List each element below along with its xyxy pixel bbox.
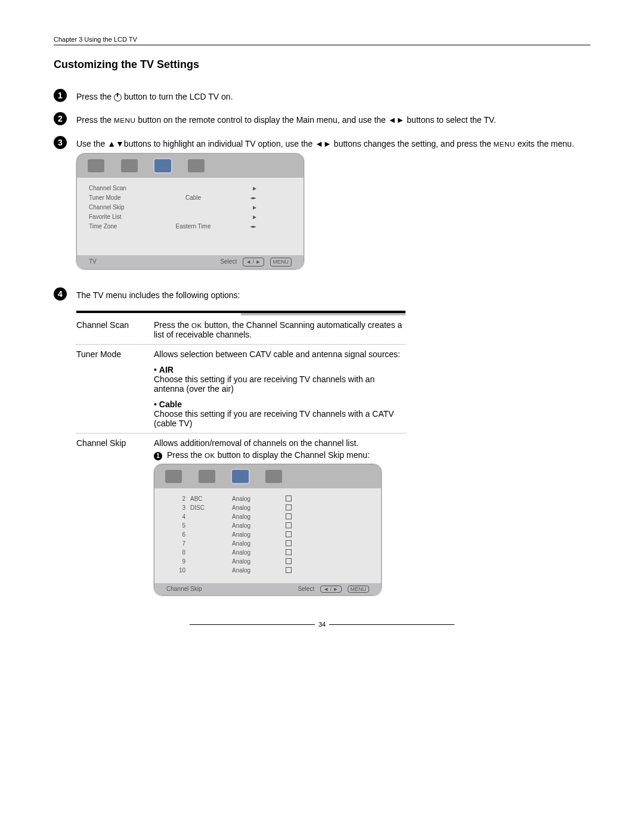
tv-menu-row: Favorite List▶ bbox=[89, 212, 292, 222]
menu-chip: MENU bbox=[270, 258, 292, 267]
channel-skip-row: 4Analog bbox=[166, 512, 369, 521]
tv-menu-rows: Channel Scan▶Tuner ModeCable◄►Channel Sk… bbox=[77, 178, 304, 255]
substep-badge-1: 1 bbox=[154, 452, 162, 460]
step-badge-3: 3 bbox=[54, 136, 67, 149]
option-name: Tuner Mode bbox=[76, 349, 154, 428]
ok-label: OK bbox=[205, 451, 215, 459]
option-row-tuner-mode: Tuner Mode Allows selection between CATV… bbox=[76, 345, 405, 433]
step-3-b: exits the menu. bbox=[515, 139, 574, 148]
tab-icon-tv bbox=[154, 159, 171, 172]
menu-label: MENU bbox=[494, 140, 515, 148]
channel-skip-row: 7Analog bbox=[166, 539, 369, 548]
tab-icon-1 bbox=[88, 159, 104, 172]
menu-chip: MENU bbox=[348, 586, 370, 593]
ok-label: OK bbox=[191, 321, 202, 329]
options-table: Channel Scan Press the OK button, the Ch… bbox=[76, 311, 405, 609]
opt-csk-1a: Press the bbox=[167, 450, 205, 460]
step-1-pre: Press the bbox=[76, 92, 114, 101]
tab-icon-4 bbox=[188, 159, 205, 172]
step-3: 3 Use the ▲▼buttons to highlight an indi… bbox=[54, 136, 590, 278]
step-4-text: The TV menu includes the following optio… bbox=[76, 290, 240, 300]
step-2-b: button on the remote control to display … bbox=[135, 115, 496, 125]
cs-foot-select: Select bbox=[298, 586, 314, 592]
tab-icon-tv bbox=[232, 470, 249, 483]
cs-foot-left: Channel Skip bbox=[166, 586, 202, 592]
option-row-channel-skip: Channel Skip Allows addition/removal of … bbox=[76, 433, 405, 609]
page-title: Customizing the TV Settings bbox=[54, 58, 590, 71]
tab-icon-4 bbox=[265, 470, 282, 483]
cs-rows: 2ABCAnalog3DISCAnalog4Analog5Analog6Anal… bbox=[154, 488, 381, 583]
step-1: 1 Press the button to turn the LCD TV on… bbox=[54, 89, 590, 103]
opt-csk-1b: button to display the Channel Skip menu: bbox=[215, 450, 370, 460]
cs-tabs bbox=[154, 465, 381, 488]
channel-skip-row: 3DISCAnalog bbox=[166, 503, 369, 512]
power-icon bbox=[114, 94, 122, 101]
tv-menu-panel: Channel Scan▶Tuner ModeCable◄►Channel Sk… bbox=[76, 153, 304, 270]
step-2-a: Press the bbox=[76, 115, 114, 125]
page-number-value: 34 bbox=[318, 621, 326, 628]
tv-menu-row: Time ZoneEastern Time◄► bbox=[89, 222, 292, 231]
step-badge-2: 2 bbox=[54, 112, 67, 125]
channel-skip-row: 10Analog bbox=[166, 566, 369, 575]
step-4: 4 The TV menu includes the following opt… bbox=[54, 287, 590, 301]
air-heading: AIR bbox=[159, 365, 174, 374]
option-name: Channel Skip bbox=[76, 438, 154, 604]
opt-csk-intro: Allows addition/removal of channels on t… bbox=[154, 438, 405, 448]
page-number: 34 bbox=[54, 621, 590, 628]
channel-skip-row: 9Analog bbox=[166, 557, 369, 566]
channel-skip-row: 2ABCAnalog bbox=[166, 494, 369, 503]
opt-tm-intro: Allows selection between CATV cable and … bbox=[154, 349, 405, 359]
chapter-header: Chapter 3 Using the LCD TV bbox=[54, 36, 590, 45]
tv-foot-left: TV bbox=[89, 258, 97, 267]
step-badge-4: 4 bbox=[54, 287, 67, 301]
cable-desc: Choose this setting if you are receiving… bbox=[154, 409, 405, 428]
step-1-post: button to turn the LCD TV on. bbox=[122, 92, 233, 101]
tv-menu-row: Channel Skip▶ bbox=[89, 203, 292, 212]
tab-icon-1 bbox=[165, 470, 182, 483]
select-chip-icon: ◄ / ► bbox=[320, 586, 341, 593]
channel-skip-row: 8Analog bbox=[166, 548, 369, 557]
option-row-channel-scan: Channel Scan Press the OK button, the Ch… bbox=[76, 315, 405, 345]
opt-cs-a: Press the bbox=[154, 320, 191, 330]
air-desc: Choose this setting if you are receiving… bbox=[154, 374, 405, 394]
tab-icon-2 bbox=[199, 470, 215, 483]
step-badge-1: 1 bbox=[54, 89, 67, 102]
tv-menu-tabs bbox=[77, 154, 304, 178]
select-chip-icon: ◄ / ► bbox=[243, 258, 264, 267]
channel-skip-row: 6Analog bbox=[166, 530, 369, 539]
channel-skip-panel: 2ABCAnalog3DISCAnalog4Analog5Analog6Anal… bbox=[154, 464, 382, 596]
tab-icon-2 bbox=[121, 159, 138, 172]
tv-menu-row: Channel Scan▶ bbox=[89, 184, 292, 193]
menu-label: MENU bbox=[114, 116, 135, 124]
tv-menu-row: Tuner ModeCable◄► bbox=[89, 193, 292, 203]
step-3-a: Use the ▲▼buttons to highlight an indivi… bbox=[76, 139, 494, 148]
step-2: 2 Press the MENU button on the remote co… bbox=[54, 112, 590, 126]
channel-skip-row: 5Analog bbox=[166, 521, 369, 530]
tv-foot-select: Select bbox=[220, 258, 237, 267]
cable-heading: Cable bbox=[159, 400, 182, 409]
option-name: Channel Scan bbox=[76, 320, 154, 339]
